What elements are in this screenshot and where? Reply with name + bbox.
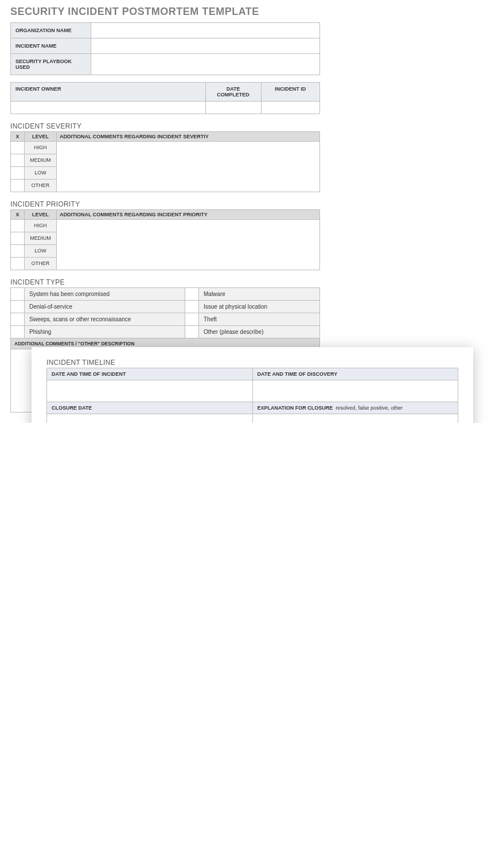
- date-hdr: DATE COMPLETED: [205, 83, 261, 102]
- page-title: SECURITY INCIDENT POSTMORTEM TEMPLATE: [10, 6, 493, 18]
- priority-table: X LEVEL ADDITIONAL COMMENTS REGARDING IN…: [10, 209, 320, 270]
- tl-discovery-value[interactable]: [252, 380, 458, 402]
- sev-x-hdr: X: [11, 132, 25, 142]
- pri-level-hdr: LEVEL: [25, 210, 57, 220]
- tl-incident-value[interactable]: [47, 380, 253, 402]
- tl-closure-value[interactable]: [47, 414, 253, 423]
- date-value[interactable]: [205, 102, 261, 114]
- type-l0: System has been compromised: [25, 288, 185, 301]
- type-r0: Malware: [199, 288, 320, 301]
- timeline-title: INCIDENT TIMELINE: [46, 359, 458, 367]
- pri-level-2: LOW: [25, 245, 57, 258]
- owner-table: INCIDENT OWNER DATE COMPLETED INCIDENT I…: [10, 82, 320, 114]
- type-l1: Denial-of-service: [25, 301, 185, 313]
- id-value[interactable]: [261, 102, 319, 114]
- type-check-r2[interactable]: [185, 313, 199, 326]
- type-r2: Theft: [199, 313, 320, 326]
- owner-value[interactable]: [11, 102, 206, 114]
- sev-check-1[interactable]: [11, 154, 25, 167]
- sev-check-0[interactable]: [11, 142, 25, 154]
- sev-level-hdr: LEVEL: [25, 132, 57, 142]
- type-check-r3[interactable]: [185, 326, 199, 338]
- playbook-label: SECURITY PLAYBOOK USED: [11, 54, 91, 75]
- severity-table: X LEVEL ADDITIONAL COMMENTS REGARDING IN…: [10, 131, 320, 192]
- page-2: INCIDENT TIMELINE DATE AND TIME OF INCID…: [32, 347, 473, 423]
- pri-check-2[interactable]: [11, 245, 25, 258]
- tl-discovery-hdr: DATE AND TIME OF DISCOVERY: [252, 368, 458, 380]
- sev-comments-hdr: ADDITIONAL COMMENTS REGARDING INCIDENT S…: [57, 132, 320, 142]
- owner-hdr: INCIDENT OWNER: [11, 83, 206, 102]
- pri-check-0[interactable]: [11, 220, 25, 232]
- pri-level-3: OTHER: [25, 258, 57, 270]
- type-check-r1[interactable]: [185, 301, 199, 313]
- org-value[interactable]: [91, 23, 320, 38]
- pri-comments-value[interactable]: [57, 220, 320, 270]
- pri-x-hdr: X: [11, 210, 25, 220]
- org-label: ORGANIZATION NAME: [11, 23, 91, 38]
- incident-value[interactable]: [91, 38, 320, 54]
- timeline-table: DATE AND TIME OF INCIDENT DATE AND TIME …: [46, 368, 458, 423]
- sev-level-3: OTHER: [25, 180, 57, 192]
- type-check-l0[interactable]: [11, 288, 25, 301]
- type-l3: Phishing: [25, 326, 185, 338]
- pri-comments-hdr: ADDITIONAL COMMENTS REGARDING INCIDENT P…: [57, 210, 320, 220]
- type-check-r0[interactable]: [185, 288, 199, 301]
- sev-level-0: HIGH: [25, 142, 57, 154]
- severity-title: INCIDENT SEVERITY: [10, 122, 493, 130]
- type-r3: Other (please describe): [199, 326, 320, 338]
- tl-expl-hint: resolved, false positive, other: [336, 405, 403, 411]
- playbook-value[interactable]: [91, 54, 320, 75]
- type-check-l1[interactable]: [11, 301, 25, 313]
- tl-expl-hdr: EXPLANATION FOR CLOSURE resolved, false …: [252, 402, 458, 414]
- pri-level-1: MEDIUM: [25, 232, 57, 245]
- sev-check-3[interactable]: [11, 180, 25, 192]
- type-l2: Sweeps, scans or other reconnaissance: [25, 313, 185, 326]
- incident-label: INCIDENT NAME: [11, 38, 91, 54]
- sev-level-1: MEDIUM: [25, 154, 57, 167]
- type-title: INCIDENT TYPE: [10, 278, 493, 286]
- priority-title: INCIDENT PRIORITY: [10, 200, 493, 208]
- id-hdr: INCIDENT ID: [261, 83, 319, 102]
- sev-check-2[interactable]: [11, 167, 25, 180]
- tl-closure-hdr: CLOSURE DATE: [47, 402, 253, 414]
- pri-check-3[interactable]: [11, 258, 25, 270]
- pri-check-1[interactable]: [11, 232, 25, 245]
- tl-expl-value[interactable]: [252, 414, 458, 423]
- meta-table: ORGANIZATION NAME INCIDENT NAME SECURITY…: [10, 22, 320, 75]
- type-r1: Issue at physical location: [199, 301, 320, 313]
- tl-incident-hdr: DATE AND TIME OF INCIDENT: [47, 368, 253, 380]
- tl-expl-label: EXPLANATION FOR CLOSURE: [258, 405, 333, 411]
- sev-level-2: LOW: [25, 167, 57, 180]
- type-check-l2[interactable]: [11, 313, 25, 326]
- pri-level-0: HIGH: [25, 220, 57, 232]
- sev-comments-value[interactable]: [57, 142, 320, 192]
- type-check-l3[interactable]: [11, 326, 25, 338]
